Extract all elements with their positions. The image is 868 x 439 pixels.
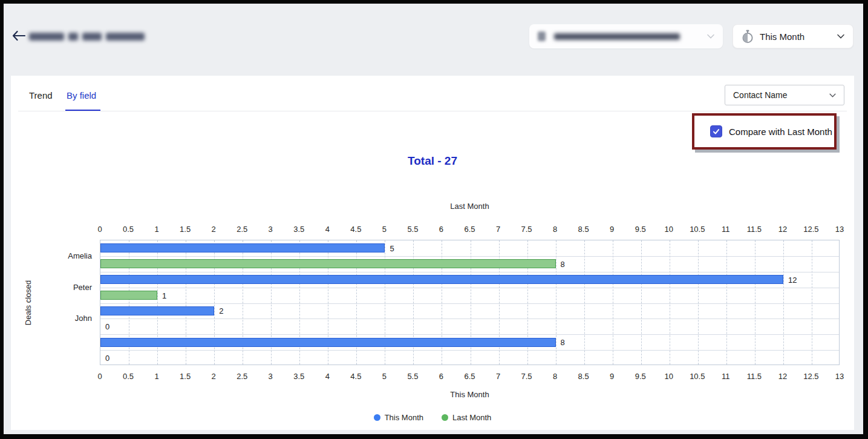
x-tick-label: 0.5 [123, 372, 134, 381]
group-by-field-dropdown[interactable]: Contact Name [725, 85, 844, 105]
bottom-axis-ticks: 00.511.522.533.544.555.566.577.588.599.5… [100, 372, 840, 381]
vertical-gridline [556, 240, 556, 365]
bar-value-label: 5 [390, 243, 394, 253]
bar-value-label: 12 [788, 275, 797, 284]
x-tick-label: 8 [553, 225, 557, 234]
period-dropdown[interactable]: This Month [733, 24, 853, 48]
bar-this-month[interactable] [100, 243, 385, 253]
bar-chart-plot-area: 581212080 [100, 240, 840, 365]
top-axis-ticks: 00.511.522.533.544.555.566.577.588.599.5… [100, 225, 840, 234]
x-tick-label: 3 [269, 372, 273, 381]
tab-by-field[interactable]: By field [67, 90, 96, 101]
x-tick-label: 2.5 [237, 225, 247, 234]
row-separator-line [100, 272, 839, 272]
x-tick-label: 0 [97, 372, 102, 381]
bar-this-month[interactable] [100, 338, 556, 347]
y-axis-title: Deals closed [24, 280, 33, 325]
x-tick-label: 0.5 [123, 225, 134, 234]
x-tick-label: 13 [835, 372, 844, 381]
bar-value-label: 0 [105, 354, 109, 363]
vertical-gridline [641, 240, 642, 365]
category-label: Peter [73, 282, 92, 291]
user-filter-dropdown[interactable] [529, 24, 723, 48]
bar-last-month[interactable] [100, 259, 556, 268]
x-tick-label: 9.5 [635, 225, 646, 234]
x-tick-label: 12.5 [803, 372, 818, 381]
x-tick-label: 8.5 [578, 372, 589, 381]
x-tick-label: 3 [269, 225, 273, 234]
row-separator-line [100, 288, 839, 288]
x-tick-label: 12.5 [803, 225, 818, 234]
x-tick-label: 6.5 [464, 372, 475, 381]
x-tick-label: 11 [722, 372, 730, 381]
vertical-gridline [726, 240, 727, 365]
bar-value-label: 2 [219, 306, 223, 315]
bar-this-month[interactable] [100, 275, 783, 284]
category-label: John [75, 314, 92, 323]
redacted-user-names [554, 33, 680, 40]
legend-item-last-month[interactable]: Last Month [442, 413, 491, 422]
legend-label: This Month [385, 413, 423, 422]
bar-last-month[interactable] [100, 291, 157, 300]
x-tick-label: 1.5 [180, 225, 191, 234]
compare-checkbox[interactable] [710, 125, 722, 137]
x-tick-label: 1 [154, 225, 158, 234]
x-tick-label: 5 [382, 372, 387, 381]
x-tick-label: 5 [382, 225, 387, 234]
x-tick-label: 11.5 [747, 372, 762, 381]
redacted-report-title [29, 31, 145, 41]
bar-this-month[interactable] [100, 306, 214, 315]
bar-value-label: 8 [561, 259, 565, 268]
highlight-annotation-box: Compare with Last Month [692, 113, 837, 150]
x-tick-label: 1 [154, 372, 158, 381]
user-icon [538, 31, 546, 41]
compare-checkbox-label: Compare with Last Month [729, 127, 832, 137]
row-separator-line [100, 256, 839, 257]
vertical-gridline [698, 240, 699, 365]
x-tick-label: 2 [212, 372, 216, 381]
x-tick-label: 12 [778, 372, 787, 381]
x-tick-label: 10.5 [690, 225, 705, 234]
x-tick-label: 9 [610, 372, 614, 381]
x-tick-label: 5.5 [407, 372, 418, 381]
x-tick-label: 9.5 [635, 372, 646, 381]
group-by-field-value: Contact Name [733, 90, 787, 100]
x-tick-label: 1.5 [180, 372, 191, 381]
category-label: Amelia [68, 251, 92, 260]
x-tick-label: 2.5 [237, 372, 247, 381]
x-tick-label: 6.5 [464, 225, 475, 234]
x-tick-label: 10.5 [690, 372, 705, 381]
legend-dot-icon [442, 414, 448, 421]
tabs-divider [18, 111, 847, 111]
x-tick-label: 10 [665, 372, 673, 381]
checkmark-icon [712, 127, 720, 136]
x-tick-label: 3.5 [293, 225, 304, 234]
stopwatch-icon [742, 30, 754, 44]
x-tick-label: 4 [325, 225, 330, 234]
chart-total-title: Total - 27 [11, 154, 854, 168]
x-tick-label: 13 [835, 225, 844, 234]
legend-item-this-month[interactable]: This Month [374, 413, 423, 422]
x-tick-label: 6 [439, 225, 443, 234]
x-tick-label: 3.5 [293, 372, 304, 381]
x-tick-label: 8 [553, 372, 557, 381]
chevron-down-icon [829, 93, 836, 97]
legend-dot-icon [374, 414, 380, 421]
tab-trend[interactable]: Trend [29, 90, 53, 101]
chevron-down-icon [837, 34, 844, 39]
vertical-gridline [670, 240, 670, 365]
x-tick-label: 12 [778, 225, 787, 234]
vertical-gridline [812, 240, 812, 365]
period-dropdown-value: This Month [760, 31, 804, 42]
back-button[interactable] [10, 27, 28, 45]
row-separator-line [100, 350, 839, 351]
x-tick-label: 9 [610, 225, 614, 234]
x-tick-label: 4.5 [350, 372, 361, 381]
app-window: This Month Trend By field Contact Name C… [0, 0, 868, 439]
x-tick-label: 11.5 [747, 225, 762, 234]
x-tick-label: 8.5 [578, 225, 589, 234]
x-tick-label: 7.5 [521, 225, 532, 234]
vertical-gridline [613, 240, 613, 365]
x-tick-label: 4.5 [350, 225, 361, 234]
x-tick-label: 7 [496, 225, 500, 234]
